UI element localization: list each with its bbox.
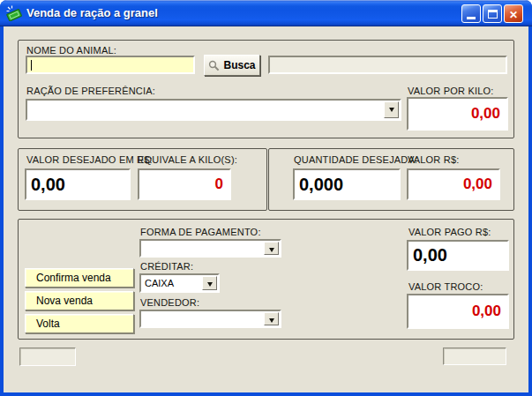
animal-label: NOME DO ANIMAL: (26, 45, 116, 56)
nova-venda-label: Nova venda (36, 295, 93, 307)
valor-kilo-field: 0,00 (407, 97, 508, 131)
confirma-venda-label: Confirma venda (36, 272, 111, 284)
valor-desejado-label: VALOR DESEJADO EM R$: (26, 154, 153, 165)
creditar-label: CRÉDITAR: (140, 261, 193, 272)
valor-kilo-value: 0,00 (471, 105, 500, 123)
close-button[interactable] (504, 4, 523, 23)
creditar-combobox[interactable]: CAIXA (139, 273, 220, 293)
animal-name-input[interactable] (26, 56, 195, 74)
titlebar: Venda de ração a granel (0, 0, 532, 26)
creditar-value: CAIXA (145, 278, 174, 288)
equivale-value: 0 (215, 176, 223, 193)
status-panel-left (19, 347, 76, 366)
window-title: Venda de ração a granel (26, 6, 158, 19)
forma-pagamento-label: FORMA DE PAGAMENTO: (140, 227, 261, 237)
quantidade-input[interactable]: 0,000 (293, 168, 401, 200)
status-panel-right (443, 347, 506, 365)
quantidade-value: 0,000 (299, 175, 343, 195)
forma-pagamento-combobox[interactable] (139, 239, 281, 258)
valor-rs-label: VALOR R$: (408, 154, 459, 165)
creditar-dropdown-button[interactable] (202, 276, 217, 290)
busca-button-label: Busca (223, 59, 255, 71)
vendedor-dropdown-button[interactable] (264, 312, 279, 325)
money-ticket-icon (6, 5, 22, 21)
valor-troco-label: VALOR TROCO: (408, 281, 483, 292)
equivale-field: 0 (138, 168, 231, 200)
equivale-label: EQUIVALE A KILO(S): (138, 154, 237, 165)
volta-button[interactable]: Volta (25, 314, 134, 333)
close-icon (509, 6, 518, 22)
racao-dropdown-button[interactable] (384, 101, 399, 118)
valor-pago-input[interactable]: 0,00 (407, 240, 509, 271)
nova-venda-button[interactable]: Nova venda (25, 291, 134, 310)
vendedor-combobox[interactable] (139, 310, 281, 328)
maximize-button[interactable] (483, 4, 502, 23)
chevron-down-icon (389, 108, 394, 115)
busca-button[interactable]: Busca (204, 55, 260, 76)
valor-rs-value: 0,00 (463, 176, 492, 193)
forma-pagamento-dropdown-button[interactable] (264, 242, 279, 255)
valor-pago-label: VALOR PAGO R$: (408, 227, 491, 237)
chevron-down-icon (207, 282, 213, 289)
valor-desejado-input[interactable]: 0,00 (25, 168, 131, 200)
racao-combobox[interactable] (26, 99, 401, 121)
chevron-down-icon (269, 248, 274, 255)
window: Venda de ração a granel NOME DO ANIMAL: … (0, 0, 532, 396)
valor-troco-value: 0,00 (472, 303, 501, 320)
valor-troco-field: 0,00 (407, 294, 509, 329)
search-icon (208, 60, 220, 71)
quantidade-label: QUANTIDADE DESEJADA: (294, 154, 417, 165)
valor-kilo-label: VALOR POR KILO: (408, 86, 494, 96)
racao-label: RAÇÃO DE PREFERÊNCIA: (26, 86, 155, 96)
text-caret (31, 60, 32, 71)
maximize-icon (488, 10, 498, 19)
chevron-down-icon (269, 318, 274, 325)
animal-result-field (268, 56, 507, 74)
minimize-icon (467, 17, 476, 19)
valor-pago-value: 0,00 (413, 245, 447, 265)
valor-desejado-value: 0,00 (31, 175, 65, 195)
confirma-venda-button[interactable]: Confirma venda (25, 268, 134, 288)
vendedor-label: VENDEDOR: (140, 297, 199, 308)
valor-rs-field: 0,00 (407, 168, 500, 200)
minimize-button[interactable] (461, 4, 481, 23)
volta-label: Volta (36, 318, 60, 330)
